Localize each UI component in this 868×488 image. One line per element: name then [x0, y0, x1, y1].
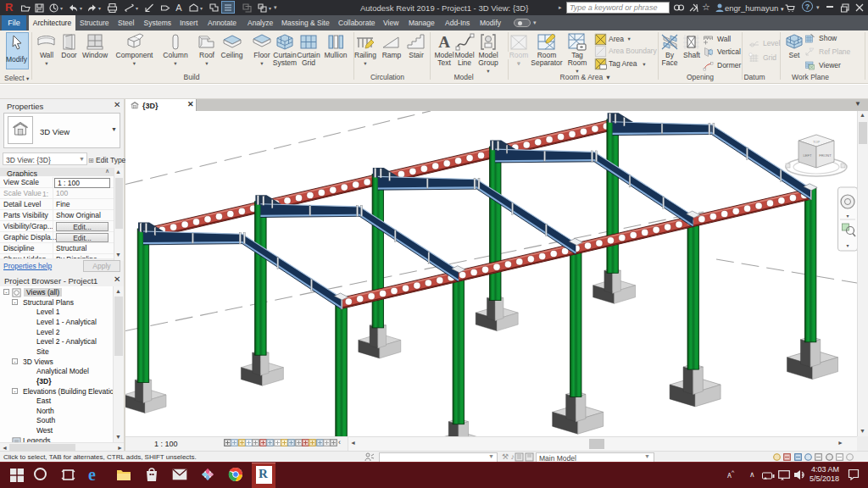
svg-text:▾: ▾ [846, 243, 849, 248]
svg-text:TOP: TOP [813, 140, 820, 144]
svg-text:A: A [438, 33, 450, 51]
svg-text:FRONT: FRONT [819, 153, 832, 158]
svg-text:A: A [175, 3, 182, 13]
svg-text:LEFT: LEFT [803, 153, 812, 158]
svg-text:▾: ▾ [846, 214, 849, 219]
